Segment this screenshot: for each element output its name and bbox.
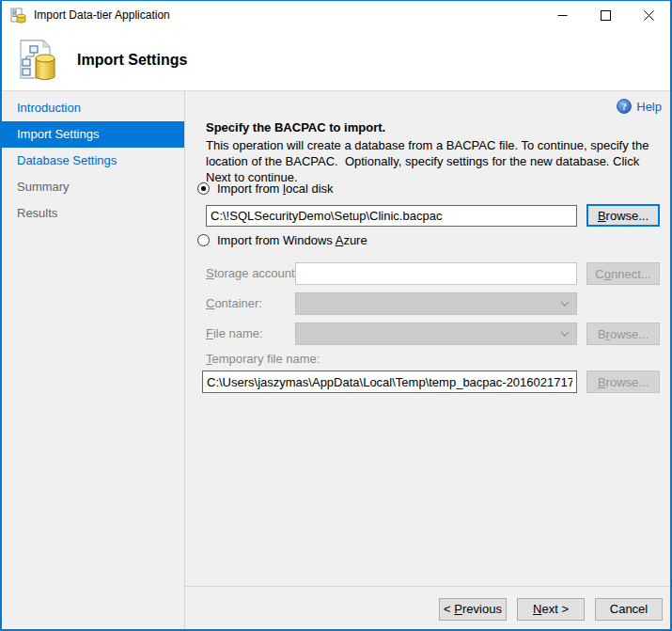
sidebar-item-results: Results <box>2 200 184 227</box>
wizard-header: Import Settings <box>2 29 670 91</box>
import-settings-content: ? Help Specify the BACPAC to import. Thi… <box>185 91 670 586</box>
content-heading: Specify the BACPAC to import. <box>206 120 385 134</box>
wizard-body: Introduction Import Settings Database Se… <box>2 91 670 631</box>
titlebar: Import Data-tier Application <box>2 1 670 29</box>
svg-text:?: ? <box>622 102 627 112</box>
main-pane: ? Help Specify the BACPAC to import. Thi… <box>185 91 670 631</box>
window-title: Import Data-tier Application <box>34 8 540 22</box>
file-name-label: File name: <box>206 323 263 345</box>
storage-account-label: Storage account: <box>206 262 298 285</box>
browse-temporary-file-button: Browse... <box>586 371 660 393</box>
close-icon <box>644 10 654 21</box>
browse-file-name-button: Browse... <box>586 323 660 345</box>
temporary-file-name-label: Temporary file name: <box>206 351 320 367</box>
radio-unselected-icon[interactable] <box>197 234 210 246</box>
previous-button[interactable]: < Previous <box>439 598 507 621</box>
import-data-tier-application-window: Import Data-tier Application <box>0 0 672 631</box>
wizard-steps-sidebar: Introduction Import Settings Database Se… <box>2 91 185 631</box>
container-select <box>295 292 577 315</box>
help-icon: ? <box>617 99 632 114</box>
wizard-footer: < Previous Next > Cancel <box>185 586 670 631</box>
browse-local-button[interactable]: Browse... <box>586 204 660 227</box>
next-button[interactable]: Next > <box>517 598 585 621</box>
import-from-windows-azure-label: Import from Windows Azure <box>217 233 367 247</box>
help-link[interactable]: ? Help <box>617 99 662 114</box>
minimize-button[interactable] <box>540 1 584 29</box>
container-label: Container: <box>206 292 262 315</box>
cancel-button[interactable]: Cancel <box>595 598 663 621</box>
chevron-down-icon <box>560 331 570 337</box>
maximize-icon <box>601 10 611 21</box>
maximize-button[interactable] <box>584 1 627 29</box>
bacpac-path-input[interactable] <box>206 205 577 227</box>
content-description: This operation will create a database fr… <box>206 137 659 185</box>
app-icon <box>10 8 26 24</box>
import-from-local-disk-label: Import from local disk <box>217 181 334 196</box>
sidebar-item-summary: Summary <box>2 174 184 200</box>
temporary-file-name-input[interactable] <box>202 371 577 393</box>
storage-account-input <box>295 262 577 285</box>
page-title: Import Settings <box>77 52 187 69</box>
import-from-local-disk-radio[interactable]: Import from local disk <box>197 181 334 196</box>
help-label: Help <box>636 100 662 114</box>
sidebar-item-database-settings[interactable]: Database Settings <box>2 148 184 174</box>
radio-selected-icon[interactable] <box>197 182 210 195</box>
close-button[interactable] <box>627 1 670 29</box>
connect-button: Connect... <box>586 262 660 285</box>
sidebar-item-introduction[interactable]: Introduction <box>2 95 184 121</box>
sidebar-item-import-settings[interactable]: Import Settings <box>2 121 184 148</box>
caption-buttons <box>540 1 670 29</box>
file-name-select <box>295 323 577 345</box>
import-settings-icon <box>15 37 60 84</box>
import-from-windows-azure-radio[interactable]: Import from Windows Azure <box>197 233 367 247</box>
chevron-down-icon <box>560 301 570 307</box>
minimize-icon <box>557 10 568 21</box>
